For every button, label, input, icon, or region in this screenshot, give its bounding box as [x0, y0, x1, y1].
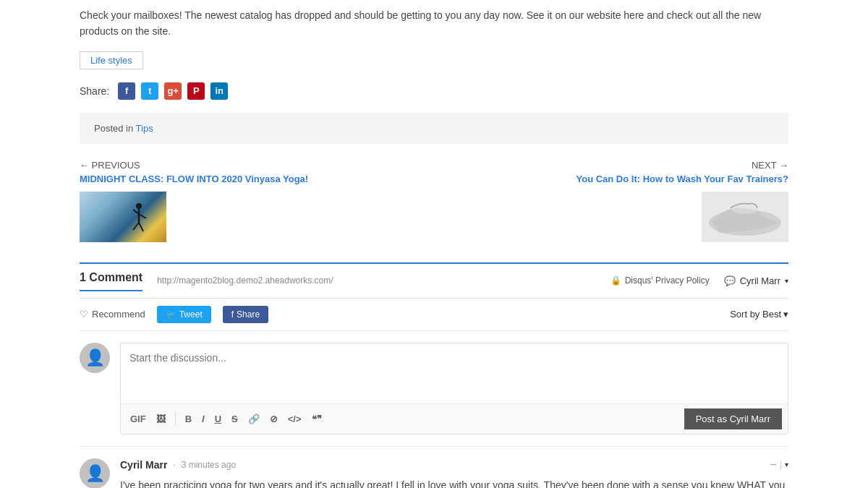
twitter-icon: 🐦 [166, 309, 176, 320]
facebook-share-button[interactable]: f Share [223, 306, 268, 323]
linkedin-share-icon[interactable]: in [210, 82, 228, 100]
post-comment-button[interactable]: Post as Cyril Marr [684, 408, 782, 429]
prev-post-image[interactable] [80, 192, 166, 242]
share-row: Share: f t g+ P in [80, 82, 788, 100]
sort-by-dropdown[interactable]: Sort by Best ▾ [730, 309, 788, 320]
posted-in-link[interactable]: Tips [136, 123, 153, 134]
commenter-avatar: 👤 [80, 458, 110, 488]
link-button[interactable]: 🔗 [244, 412, 263, 426]
comment-item: 👤 Cyril Marr · 3 minutes ago − | ▾ I've … [80, 447, 788, 488]
nav-images [80, 192, 788, 242]
comment-options: − | ▾ [770, 458, 788, 471]
svg-point-7 [732, 205, 758, 214]
comment-count: 1 Comment [80, 271, 142, 291]
code-button[interactable]: </> [284, 412, 305, 426]
privacy-policy[interactable]: 🔒 Disqus' Privacy Policy [610, 275, 710, 286]
chevron-down-icon: ▾ [785, 277, 788, 285]
lock-icon: 🔒 [610, 275, 621, 286]
intro-text: Check your mailboxes! The newest catalog… [80, 0, 788, 51]
prev-nav: ← PREVIOUS MIDNIGHT CLASS: FLOW INTO 202… [80, 160, 308, 184]
next-nav: NEXT → You Can Do It: How to Wash Your F… [576, 160, 789, 184]
share-label2: Share [237, 309, 260, 320]
disqus-header: 1 Comment http://magento2blog.demo2.ahea… [80, 264, 788, 299]
privacy-label: Disqus' Privacy Policy [625, 275, 710, 286]
next-label: NEXT → [752, 160, 788, 171]
chevron-down-sort-icon: ▾ [783, 309, 788, 320]
facebook-share-icon[interactable]: f [118, 82, 135, 100]
recommend-label: Recommend [92, 309, 145, 320]
comment-time: · [173, 460, 175, 470]
sort-by-label: Sort by Best [730, 309, 781, 320]
comment-box: GIF 🖼 B I U S 🔗 ⊘ </> ❝❞ Post as Cyril M… [120, 343, 788, 435]
next-post-image[interactable] [702, 192, 788, 242]
next-title[interactable]: You Can Do It: How to Wash Your Fav Trai… [576, 174, 789, 184]
facebook-icon: f [231, 309, 234, 320]
disqus-username: Cyril Marr [740, 275, 780, 286]
nolink-button[interactable]: ⊘ [266, 412, 281, 426]
svg-line-3 [139, 214, 146, 218]
post-navigation: ← PREVIOUS MIDNIGHT CLASS: FLOW INTO 202… [80, 160, 788, 184]
pinterest-share-icon[interactable]: P [187, 82, 205, 100]
commenter-name: Cyril Marr [120, 459, 167, 471]
comment-text: I've been practicing yoga for two years … [120, 477, 788, 488]
tag-button[interactable]: Life styles [80, 51, 143, 69]
bold-button[interactable]: B [182, 412, 195, 426]
comment-input-area: 👤 GIF 🖼 B I U S 🔗 ⊘ </> ❝❞ Post as Cyril… [80, 331, 788, 447]
disqus-user-menu[interactable]: 💬 Cyril Marr ▾ [724, 275, 788, 286]
prev-label: ← PREVIOUS [80, 160, 308, 171]
svg-line-5 [139, 223, 143, 231]
googleplus-share-icon[interactable]: g+ [164, 82, 182, 100]
disqus-section: 1 Comment http://magento2blog.demo2.ahea… [80, 262, 788, 488]
posted-in-prefix: Posted in [94, 123, 133, 134]
disqus-url: http://magento2blog.demo2.aheadworks.com… [157, 275, 333, 286]
commenter-avatar-icon: 👤 [85, 464, 105, 483]
svg-line-4 [133, 223, 139, 230]
share-label: Share: [80, 85, 109, 97]
prev-title[interactable]: MIDNIGHT CLASS: FLOW INTO 2020 Vinyasa Y… [80, 174, 308, 184]
heart-icon: ♡ [80, 309, 88, 320]
pipe-separator: | [780, 460, 782, 470]
toolbar-separator [175, 412, 176, 425]
comment-textarea[interactable] [121, 343, 788, 401]
comment-menu-icon[interactable]: ▾ [785, 461, 788, 468]
twitter-share-icon[interactable]: t [141, 82, 158, 100]
strikethrough-button[interactable]: S [228, 412, 242, 426]
comment-toolbar: GIF 🖼 B I U S 🔗 ⊘ </> ❝❞ Post as Cyril M… [121, 403, 788, 434]
underline-button[interactable]: U [211, 412, 225, 426]
collapse-comment-button[interactable]: − [770, 458, 777, 471]
disqus-actions-row: ♡ Recommend 🐦 Tweet f Share Sort by Best… [80, 299, 788, 331]
yoga-silhouette-icon [130, 202, 148, 239]
image-button[interactable]: 🖼 [153, 412, 169, 426]
svg-point-0 [136, 203, 142, 209]
quote-button[interactable]: ❝❞ [308, 412, 326, 426]
tweet-button[interactable]: 🐦 Tweet [157, 306, 211, 323]
comment-body: Cyril Marr · 3 minutes ago − | ▾ I've be… [120, 458, 788, 488]
avatar: 👤 [80, 343, 110, 373]
user-avatar-icon: 👤 [85, 348, 105, 367]
comment-meta: Cyril Marr · 3 minutes ago − | ▾ [120, 458, 788, 471]
posted-in-bar: Posted in Tips [80, 113, 788, 144]
bubble-icon: 💬 [724, 275, 736, 286]
comment-timestamp: 3 minutes ago [182, 460, 236, 470]
italic-button[interactable]: I [198, 412, 208, 426]
sneaker-icon [705, 195, 785, 239]
tweet-label: Tweet [179, 309, 203, 320]
gif-button[interactable]: GIF [127, 412, 150, 426]
recommend-button[interactable]: ♡ Recommend [80, 309, 145, 320]
